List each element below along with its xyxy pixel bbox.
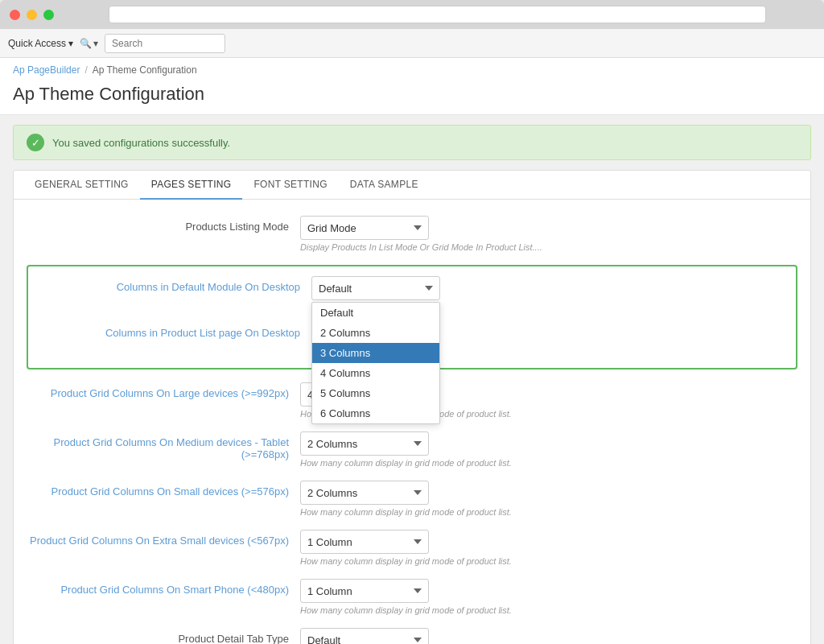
dropdown-option-default[interactable]: Default — [312, 303, 439, 323]
product-grid-smartphone-help: How many column display in grid mode of … — [300, 605, 797, 615]
product-grid-small-select-wrapper: 2 Columns 1 Column 3 Columns — [300, 481, 797, 505]
maximize-button[interactable] — [43, 10, 54, 20]
form-content: Products Listing Mode Grid Mode List Mod… — [14, 200, 810, 644]
products-listing-mode-field: Grid Mode List Mode Display Products In … — [300, 216, 797, 252]
title-bar — [0, 0, 824, 29]
search-icon: 🔍 — [80, 38, 92, 49]
tab-pages-setting[interactable]: PAGES SETTING — [140, 171, 243, 200]
product-grid-medium-select[interactable]: 2 Columns 1 Column 3 Columns 4 Columns — [300, 431, 429, 456]
minimize-button[interactable] — [27, 10, 37, 20]
dropdown-option-5columns[interactable]: 5 Columns — [312, 383, 439, 403]
close-button[interactable] — [10, 10, 20, 20]
breadcrumb: Ap PageBuilder / Ap Theme Configuration — [13, 64, 811, 76]
chevron-down-icon: ▾ — [68, 38, 73, 49]
dropdown-option-4columns[interactable]: 4 Columns — [312, 363, 439, 383]
address-bar[interactable] — [109, 6, 766, 23]
tab-general-setting[interactable]: GENERAL SETTING — [23, 171, 140, 200]
search-magnifier-button[interactable]: 🔍 ▾ — [80, 38, 98, 49]
product-grid-medium-row: Product Grid Columns On Medium devices -… — [27, 431, 797, 468]
columns-default-module-dropdown-popup: Default 2 Columns 3 Columns 4 Columns 5 … — [311, 302, 440, 424]
columns-default-module-dropdown-container: Default 2 Columns 3 Columns 4 Columns 5 … — [311, 276, 786, 300]
columns-default-module-select[interactable]: Default 2 Columns 3 Columns 4 Columns 5 … — [311, 276, 440, 300]
product-grid-medium-field: 2 Columns 1 Column 3 Columns 4 Columns H… — [300, 431, 797, 468]
product-grid-smartphone-field: 1 Column 2 Columns How many column displ… — [300, 579, 797, 615]
product-detail-tab-label: Product Detail Tab Type — [27, 628, 300, 644]
products-listing-mode-help: Display Products In List Mode Or Grid Mo… — [300, 242, 797, 252]
main-content: Ap PageBuilder / Ap Theme Configuration … — [0, 58, 824, 644]
product-grid-medium-help: How many column display in grid mode of … — [300, 458, 797, 468]
product-grid-smartphone-label: Product Grid Columns On Smart Phone (<48… — [27, 579, 300, 596]
product-grid-medium-select-wrapper: 2 Columns 1 Column 3 Columns 4 Columns — [300, 431, 797, 456]
dropdown-option-3columns[interactable]: 3 Columns — [312, 343, 439, 363]
columns-section: Columns in Default Module On Desktop Def… — [27, 265, 797, 369]
breadcrumb-current: Ap Theme Configuration — [93, 64, 197, 76]
product-detail-tab-field: Default Tab Accordion — [300, 628, 797, 644]
columns-default-module-row: Columns in Default Module On Desktop Def… — [38, 276, 786, 312]
columns-default-module-label: Columns in Default Module On Desktop — [38, 276, 311, 293]
product-grid-extra-small-label: Product Grid Columns On Extra Small devi… — [27, 530, 300, 547]
dropdown-option-6columns[interactable]: 6 Columns — [312, 403, 439, 423]
product-grid-extra-small-help: How many column display in grid mode of … — [300, 556, 797, 566]
product-grid-extra-small-row: Product Grid Columns On Extra Small devi… — [27, 530, 797, 566]
tab-data-sample[interactable]: DATA SAMPLE — [339, 171, 430, 200]
product-grid-smartphone-select-wrapper: 1 Column 2 Columns — [300, 579, 797, 603]
products-listing-mode-label: Products Listing Mode — [27, 216, 300, 233]
quick-access-label: Quick Access — [8, 38, 66, 49]
success-message: You saved configurations successfully. — [52, 137, 230, 149]
product-grid-extra-small-field: 1 Column 2 Columns How many column displ… — [300, 530, 797, 566]
product-detail-tab-select-wrapper: Default Tab Accordion — [300, 628, 797, 644]
page-title: Ap Theme Configuration — [13, 79, 811, 114]
product-grid-small-help: How many column display in grid mode of … — [300, 507, 797, 517]
toolbar-search-input[interactable] — [105, 34, 225, 53]
product-grid-extra-small-select[interactable]: 1 Column 2 Columns — [300, 530, 429, 554]
settings-tabs: GENERAL SETTING PAGES SETTING FONT SETTI… — [14, 171, 810, 200]
breadcrumb-parent-link[interactable]: Ap PageBuilder — [13, 64, 80, 76]
success-banner: ✓ You saved configurations successfully. — [13, 125, 811, 160]
product-grid-small-select[interactable]: 2 Columns 1 Column 3 Columns — [300, 481, 429, 505]
toolbar: Quick Access ▾ 🔍 ▾ — [0, 29, 824, 58]
product-grid-smartphone-row: Product Grid Columns On Smart Phone (<48… — [27, 579, 797, 615]
product-grid-large-label: Product Grid Columns On Large devices (>… — [27, 382, 300, 399]
products-listing-mode-row: Products Listing Mode Grid Mode List Mod… — [27, 216, 797, 252]
product-grid-smartphone-select[interactable]: 1 Column 2 Columns — [300, 579, 429, 603]
product-grid-small-field: 2 Columns 1 Column 3 Columns How many co… — [300, 481, 797, 517]
products-listing-mode-select-wrapper: Grid Mode List Mode — [300, 216, 797, 240]
quick-access-button[interactable]: Quick Access ▾ — [8, 38, 73, 49]
columns-default-module-field: Default 2 Columns 3 Columns 4 Columns 5 … — [311, 276, 786, 312]
products-listing-mode-select[interactable]: Grid Mode List Mode — [300, 216, 429, 240]
product-detail-tab-select[interactable]: Default Tab Accordion — [300, 628, 429, 644]
product-grid-small-row: Product Grid Columns On Small devices (>… — [27, 481, 797, 517]
search-dropdown-icon: ▾ — [93, 38, 98, 49]
dropdown-option-2columns[interactable]: 2 Columns — [312, 323, 439, 343]
success-icon: ✓ — [27, 134, 44, 151]
product-grid-extra-small-select-wrapper: 1 Column 2 Columns — [300, 530, 797, 554]
breadcrumb-separator: / — [84, 64, 87, 76]
columns-product-list-label: Columns in Product List page On Desktop — [38, 322, 311, 339]
product-grid-medium-label: Product Grid Columns On Medium devices -… — [27, 431, 300, 460]
settings-card: GENERAL SETTING PAGES SETTING FONT SETTI… — [13, 170, 811, 644]
breadcrumb-section: Ap PageBuilder / Ap Theme Configuration … — [0, 58, 824, 115]
product-detail-tab-row: Product Detail Tab Type Default Tab Acco… — [27, 628, 797, 644]
product-grid-small-label: Product Grid Columns On Small devices (>… — [27, 481, 300, 497]
tab-font-setting[interactable]: FONT SETTING — [242, 171, 338, 200]
